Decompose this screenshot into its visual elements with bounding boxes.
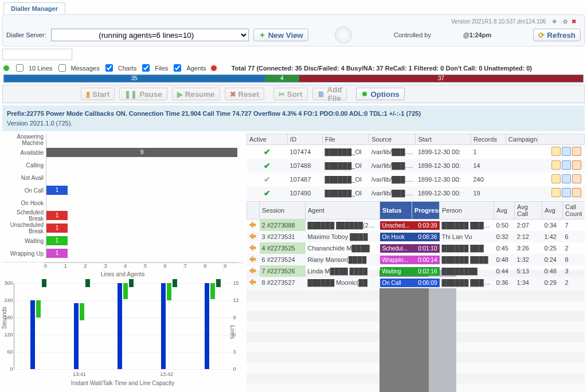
cell-session: 8 #2273527 <box>260 277 306 288</box>
progress-badge: 0:06:09 <box>412 279 440 287</box>
cell-agent: Chananchide M████ <box>306 242 380 254</box>
check-10lines[interactable] <box>16 64 24 72</box>
sessions-col-header[interactable]: Session <box>260 202 306 219</box>
refresh-button[interactable]: ⟳ Refresh <box>533 29 581 41</box>
ts-ytick-left: 240 <box>4 297 14 303</box>
sessions-col-header[interactable]: Person <box>440 202 494 219</box>
table-row[interactable]: 8 #2273527██████ Moonic(██On Call0:06:09… <box>247 277 585 288</box>
ts-ytick-left: 0 <box>10 366 14 372</box>
table-row[interactable]: 4 #2273525Chananchide M████Schedul...0:0… <box>247 242 585 254</box>
sessions-col-header[interactable]: Avg <box>494 202 515 219</box>
resume-button: ▶Resume <box>172 88 220 100</box>
cell-file: ██████_OI <box>323 173 369 186</box>
ts-xtick: 13:41 <box>73 371 86 377</box>
files-col-header[interactable]: File <box>323 134 369 145</box>
charts-pane: Answering MachineAvailable9CallingNot Av… <box>2 134 243 392</box>
hbar-bar: 1 <box>46 211 68 220</box>
files-col-header[interactable]: Campaign <box>506 134 538 145</box>
tab-dialler-manager[interactable]: Dialler Manager <box>3 2 65 14</box>
table-row[interactable]: 6 #2273524Riany Mansor(████Wrappin...0:0… <box>247 254 585 265</box>
files-col-header[interactable]: Records <box>471 134 506 145</box>
active-tick-icon: ✔ <box>264 189 271 198</box>
globe-icon[interactable] <box>335 26 352 44</box>
cell-count: 3 <box>563 265 585 277</box>
table-row[interactable]: ✔107487██████_OI/var/lib/███...er1899-12… <box>247 173 585 186</box>
cell-session: 3 #2273531 <box>260 231 306 242</box>
options-button[interactable]: Options <box>356 88 404 100</box>
hbar-bar: 1 <box>46 186 68 195</box>
files-col-header[interactable] <box>538 134 584 145</box>
hbar-bar: 1 <box>46 224 68 233</box>
files-col-header[interactable]: Active <box>247 134 288 145</box>
sessions-col-header[interactable]: Agent <box>306 202 380 219</box>
row-action-1[interactable] <box>551 147 561 156</box>
new-view-button[interactable]: ＋ New View <box>253 29 308 41</box>
action-toolbar: ▮Start ❚❚Pause ▶Resume ✖Reset ✂Sort 🗎Add… <box>2 85 585 103</box>
row-action-3[interactable] <box>572 174 581 183</box>
hbar-xtick: 1 <box>64 263 84 271</box>
cell-start: 1899-12-30 00: <box>416 145 471 159</box>
table-row[interactable]: 7 #2273526Linda M████ ████Waiting0:02:16… <box>247 265 585 277</box>
label-files: Files <box>155 65 168 72</box>
table-row[interactable]: 3 #2273531Maximo Toboy ████On Hook0:08:3… <box>247 231 585 242</box>
settings-icon[interactable]: ✿ <box>561 18 568 25</box>
sessions-col-header[interactable]: Avg <box>542 202 563 219</box>
cell-avgcall: 2:07 <box>515 219 542 232</box>
close-icon[interactable]: ✖ <box>572 18 576 25</box>
cell-agent: Linda M████ ████ <box>306 265 380 277</box>
row-action-1[interactable] <box>551 160 561 170</box>
cell-agent: ██████ ██████(2274 <box>306 219 380 232</box>
cell-avg1: 0:48 <box>494 254 515 265</box>
row-action-2[interactable] <box>562 160 571 170</box>
search-input[interactable] <box>2 49 72 60</box>
cell-person: ████████ <box>440 265 494 277</box>
sessions-col-header[interactable]: Avg Call <box>515 202 542 219</box>
sessions-col-header[interactable]: Status <box>380 202 412 219</box>
sessions-col-header[interactable]: Call Count <box>563 202 585 219</box>
sessions-col-header[interactable]: Progress <box>412 202 440 219</box>
row-action-1[interactable] <box>551 188 561 197</box>
table-row[interactable]: ✔107474██████_OI/var/lib/███...ar1899-12… <box>247 145 585 159</box>
row-action-2[interactable] <box>562 188 571 197</box>
cell-avg2: 0:48 <box>542 265 563 277</box>
check-messages[interactable] <box>58 64 66 72</box>
cell-id: 107488 <box>288 159 323 173</box>
row-action-1[interactable] <box>551 174 561 183</box>
cell-person: ██████ ██████ <box>440 219 494 232</box>
row-action-2[interactable] <box>562 174 571 183</box>
table-row[interactable]: ✔107490██████_OI/var/lib/███...ur1899-12… <box>247 186 585 200</box>
table-row[interactable]: ✔107488██████_OI/var/lib/███...ur1899-12… <box>247 159 585 173</box>
ts-ytick-right: 12 <box>232 297 239 303</box>
prefix-info-line1: Prefix:22775 Power Mode Callbacks ON. Co… <box>7 109 580 119</box>
row-action-3[interactable] <box>572 188 581 197</box>
status-green-icon <box>2 64 10 72</box>
table-row[interactable]: 2 #2273088██████ ██████(2274Unsched...0:… <box>247 219 585 232</box>
hbar-category-label: Answering Machine <box>2 134 46 146</box>
move-icon[interactable]: ✥ <box>550 18 557 25</box>
hbar-category-label: Not Avail <box>2 175 46 181</box>
check-charts[interactable] <box>105 64 113 72</box>
cell-count: 7 <box>563 219 585 232</box>
files-col-header[interactable]: ID <box>288 134 323 145</box>
check-agents[interactable] <box>174 64 181 72</box>
ts-ytick-right: 15 <box>232 280 239 286</box>
cell-person: ██████ ████ <box>440 254 494 265</box>
files-col-header[interactable]: Start <box>416 134 471 145</box>
row-action-3[interactable] <box>572 160 581 170</box>
sessions-col-header[interactable] <box>247 202 260 219</box>
cell-campaign <box>506 159 538 173</box>
ts-ytick-left: 120 <box>4 332 14 338</box>
dialler-server-select[interactable]: (running agents=6 lines=10) <box>51 29 249 41</box>
row-action-3[interactable] <box>572 147 581 156</box>
row-action-2[interactable] <box>562 147 571 156</box>
ts-group <box>158 283 181 369</box>
controlled-by-label: Controlled by <box>394 32 431 38</box>
hand-icon <box>249 267 256 274</box>
refresh-icon: ⟳ <box>538 31 545 40</box>
files-col-header[interactable]: Source <box>369 134 416 145</box>
cell-avgcall: 3:26 <box>515 242 542 254</box>
cell-source: /var/lib/███...ur <box>369 159 416 173</box>
hbar-category-label: On Call <box>2 187 46 194</box>
check-files[interactable] <box>142 64 150 72</box>
cell-avgcall: 5:13 <box>515 265 542 277</box>
